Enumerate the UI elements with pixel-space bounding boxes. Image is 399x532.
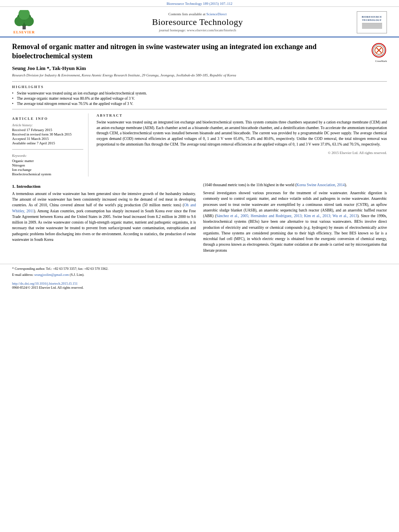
journal-title: Bioresource Technology [40,17,355,27]
bioresource-logo-right: BIORESOURCE TECHNOLOGY [355,11,387,33]
intro-para-2: (1040 thousand metric tons) is the 11th … [203,182,387,188]
copyright-line: © 2015 Elsevier Ltd. All rights reserved… [97,151,387,155]
crossmark-container: CrossMark [371,42,387,58]
page: Bioresource Technology 189 (2015) 107–11… [0,0,399,532]
received-date: Received 17 February 2015 [12,128,83,132]
highlights-header: HIGHLIGHTS [12,85,387,89]
highlight-item-1: Swine wastewater was treated using an io… [12,91,387,95]
article-info-col: ARTICLE INFO Article history: Received 1… [12,113,88,177]
accepted-date: Accepted 31 March 2015 [12,137,83,141]
article-info-header: ARTICLE INFO [12,117,83,121]
bioresource-logo-box: BIORESOURCE TECHNOLOGY [357,11,387,33]
affiliation: Research Division for Industry & Environ… [12,73,387,77]
keywords-divider [12,149,83,150]
intro-para-3: Several investigators showed various pro… [203,190,387,253]
footnote-corresponding: * Corresponding author. Tel.: +82 63 570… [12,267,387,271]
history-label: Article history: [12,123,83,127]
abstract-text: Swine wastewater was treated using an in… [97,120,387,148]
crossmark-svg [372,44,385,57]
journal-reference: Bioresource Technology 189 (2015) 107–11… [167,2,232,6]
main-content: Removal of organic matter and nitrogen i… [0,37,399,260]
divider-2 [12,109,387,109]
keyword-4: Bioelectrochemical system [12,172,83,176]
elsevier-tree-icon [12,10,36,30]
keyword-1: Organic matter [12,159,83,163]
highlight-item-3: The average total nitrogen removal was 7… [12,102,387,106]
article-title: Removal of organic matter and nitrogen i… [12,43,317,60]
abstract-col: ABSTRACT Swine wastewater was treated us… [97,113,387,177]
crossmark-icon: CrossMark [372,43,386,58]
page-footer: * Corresponding author. Tel.: +82 63 570… [0,264,399,291]
footnote-email: E-mail address: seungjoolim@gmail.com (S… [12,273,387,277]
ref-sanchez: Sánchez et al., 2005; Hernández and Rodr… [216,214,358,218]
journal-header-center: Contents lists available at ScienceDirec… [40,12,355,32]
body-col-left: 1. Introduction A tremendous amount of s… [12,182,196,256]
elsevier-label: ELSEVIER [13,30,35,34]
revised-date: Received in revised form 30 March 2015 [12,132,83,136]
crossmark-label: CrossMark [375,60,387,63]
email-address: seungjoolim@gmail.com [34,273,69,277]
sciencedirect-link[interactable]: ScienceDirect [206,12,226,16]
issn-text: 0960-8524/© 2015 Elsevier Ltd. All right… [12,286,387,290]
keywords-label: Keywords: [12,154,83,158]
authors: Seung Joo Lim *, Tak-Hyun Kim [12,65,387,72]
article-title-block: Removal of organic matter and nitrogen i… [12,42,387,61]
journal-homepage: journal homepage: www.elsevier.com/locat… [40,28,355,32]
highlight-item-2: The average organic matter removal was 8… [12,97,387,101]
body-col-right: (1040 thousand metric tons) is the 11th … [203,182,387,256]
highlights-list: Swine wastewater was treated using an io… [12,91,387,106]
article-info-abstract: ARTICLE INFO Article history: Received 1… [12,113,387,177]
elsevier-logo: ELSEVIER [8,10,40,34]
contents-available: Contents lists available at ScienceDirec… [40,12,355,16]
keyword-2: Nitrogen [12,163,83,167]
ref-korea-swine: Korea Swine Association, 2014 [296,183,345,187]
divider-1 [12,81,387,82]
body-content: 1. Introduction A tremendous amount of s… [12,182,387,256]
keyword-3: Ion exchange [12,168,83,172]
journal-reference-bar: Bioresource Technology 189 (2015) 107–11… [0,0,399,7]
intro-title: 1. Introduction [12,184,196,189]
doi-link[interactable]: http://dx.doi.org/10.1016/j.biortech.201… [12,281,78,286]
ref-oh-whitley: Oh and Whitley, 2011 [12,203,196,213]
intro-para-1: A tremendous amount of swine wastewater … [12,191,196,242]
available-date: Available online 7 April 2015 [12,141,83,145]
abstract-header: ABSTRACT [97,113,387,117]
journal-header: ELSEVIER Contents lists available at Sci… [0,7,399,37]
